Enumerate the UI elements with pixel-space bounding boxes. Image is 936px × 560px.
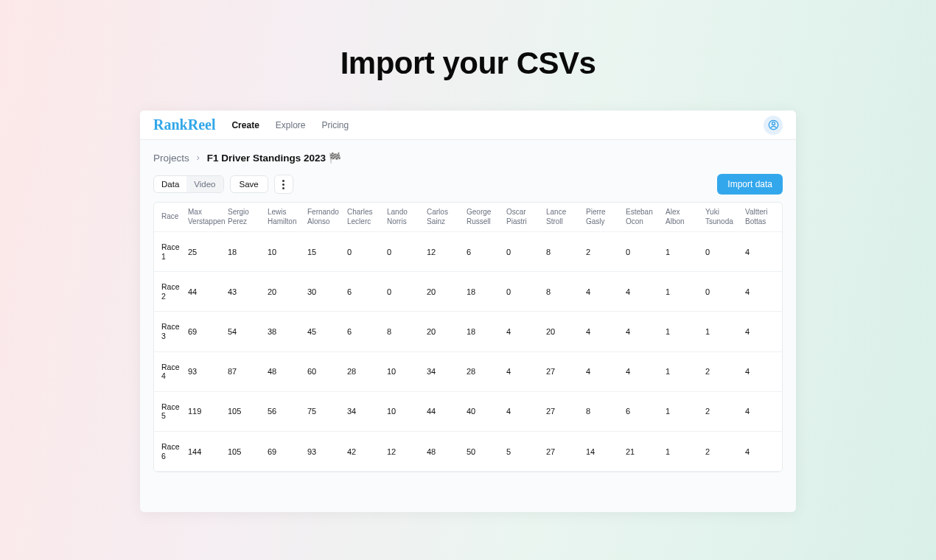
- column-header: SergioPerez: [225, 203, 265, 232]
- cell: 27: [543, 431, 583, 471]
- cell: 10: [384, 351, 424, 391]
- cell: 93: [304, 431, 344, 471]
- table-row[interactable]: Race61441056993421248505271421124: [154, 431, 782, 471]
- cell: 8: [543, 232, 583, 272]
- cell: 14: [583, 431, 623, 471]
- breadcrumb-root[interactable]: Projects: [153, 153, 189, 164]
- table-row[interactable]: Race36954384568201842044114: [154, 312, 782, 351]
- cell: 1: [702, 312, 742, 351]
- table-row[interactable]: Race125181015001260820104: [154, 232, 782, 272]
- row-label: Race6: [154, 431, 185, 471]
- cell: 42: [344, 431, 384, 471]
- cell: 1: [663, 431, 702, 471]
- cell: 93: [185, 351, 225, 391]
- cell: 5: [503, 431, 543, 471]
- cell: 4: [742, 232, 782, 272]
- column-header: YukiTsunoda: [702, 203, 742, 232]
- cell: 4: [742, 431, 782, 471]
- cell: 0: [623, 232, 663, 272]
- cell: 6: [344, 272, 384, 312]
- cell: 0: [503, 232, 543, 272]
- cell: 2: [583, 232, 623, 272]
- cell: 34: [344, 391, 384, 431]
- column-header: GeorgeRussell: [464, 203, 503, 232]
- cell: 8: [543, 272, 583, 312]
- data-table: RaceMaxVerstappenSergioPerezLewisHamilto…: [153, 202, 783, 472]
- cell: 8: [583, 391, 623, 431]
- chevron-right-icon: ›: [197, 153, 200, 163]
- column-header: LanceStroll: [543, 203, 583, 232]
- cell: 18: [464, 272, 503, 312]
- cell: 4: [583, 312, 623, 351]
- cell: 2: [702, 351, 742, 391]
- more-options-button[interactable]: [274, 175, 293, 194]
- cell: 2: [702, 391, 742, 431]
- column-header: PierreGasly: [583, 203, 623, 232]
- column-header: LewisHamilton: [265, 203, 304, 232]
- svg-point-1: [772, 122, 775, 125]
- tab-data[interactable]: Data: [154, 176, 186, 192]
- cell: 1: [663, 351, 702, 391]
- cell: 20: [424, 272, 464, 312]
- cell: 6: [623, 391, 663, 431]
- cell: 56: [265, 391, 304, 431]
- view-toggle: Data Video: [153, 175, 224, 193]
- cell: 34: [424, 351, 464, 391]
- cell: 144: [185, 431, 225, 471]
- cell: 4: [503, 312, 543, 351]
- cell: 69: [265, 431, 304, 471]
- cell: 12: [384, 431, 424, 471]
- tab-video[interactable]: Video: [186, 176, 223, 192]
- cell: 43: [225, 272, 265, 312]
- column-header: LandoNorris: [384, 203, 424, 232]
- cell: 1: [663, 312, 702, 351]
- cell: 4: [742, 391, 782, 431]
- cell: 4: [742, 312, 782, 351]
- column-header: ValtteriBottas: [742, 203, 782, 232]
- column-header: MaxVerstappen: [185, 203, 225, 232]
- column-header: EstebanOcon: [623, 203, 663, 232]
- cell: 105: [225, 391, 265, 431]
- cell: 1: [663, 232, 702, 272]
- nav-link-pricing[interactable]: Pricing: [322, 120, 349, 130]
- column-header-race: Race: [154, 203, 185, 232]
- import-data-button[interactable]: Import data: [717, 174, 783, 195]
- topbar: RankReel CreateExplorePricing: [140, 111, 796, 140]
- column-header: AlexAlbon: [663, 203, 702, 232]
- save-button[interactable]: Save: [230, 175, 268, 193]
- brand-logo[interactable]: RankReel: [153, 116, 215, 133]
- cell: 18: [225, 232, 265, 272]
- column-header: CarlosSainz: [424, 203, 464, 232]
- cell: 0: [344, 232, 384, 272]
- row-label: Race2: [154, 272, 185, 312]
- cell: 0: [702, 232, 742, 272]
- cell: 0: [503, 272, 543, 312]
- account-button[interactable]: [764, 116, 783, 135]
- table-row[interactable]: Race511910556753410444042786124: [154, 391, 782, 431]
- cell: 0: [384, 272, 424, 312]
- cell: 48: [424, 431, 464, 471]
- nav-link-explore[interactable]: Explore: [276, 120, 306, 130]
- nav-link-create[interactable]: Create: [231, 120, 259, 130]
- cell: 45: [304, 312, 344, 351]
- table-row[interactable]: Race4938748602810342842744124: [154, 351, 782, 391]
- cell: 0: [384, 232, 424, 272]
- cell: 0: [702, 272, 742, 312]
- cell: 105: [225, 431, 265, 471]
- cell: 27: [543, 391, 583, 431]
- cell: 4: [742, 272, 782, 312]
- cell: 2: [702, 431, 742, 471]
- cell: 4: [503, 391, 543, 431]
- user-circle-icon: [768, 119, 779, 130]
- cell: 30: [304, 272, 344, 312]
- cell: 4: [623, 272, 663, 312]
- table-row[interactable]: Race2444320306020180844104: [154, 272, 782, 312]
- hero-title: Import your CSVs: [0, 0, 936, 111]
- cell: 38: [265, 312, 304, 351]
- cell: 10: [384, 391, 424, 431]
- row-label: Race4: [154, 351, 185, 391]
- cell: 4: [742, 351, 782, 391]
- cell: 69: [185, 312, 225, 351]
- cell: 44: [424, 391, 464, 431]
- cell: 87: [225, 351, 265, 391]
